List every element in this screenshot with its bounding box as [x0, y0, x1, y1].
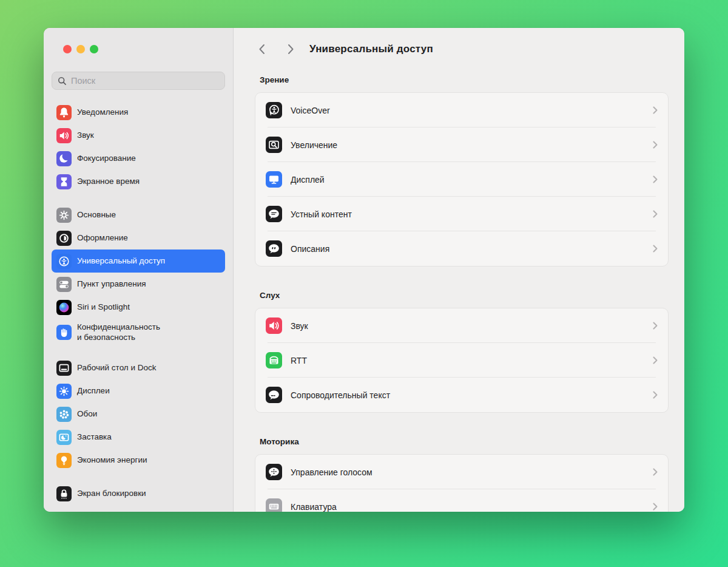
sidebar-group-1: Уведомления Звук Фокусирование Экранное … — [52, 101, 225, 193]
sidebar-item-label: Конфиденциальность и безопасность — [77, 322, 160, 343]
window-controls — [52, 45, 225, 53]
chevron-right-icon — [653, 468, 658, 476]
minimize-button[interactable] — [76, 45, 85, 53]
sidebar-item-focus[interactable]: Фокусирование — [52, 147, 225, 170]
sidebar-item-control-center[interactable]: Пункт управления — [52, 273, 225, 296]
row-voice-control[interactable]: Управление голосом — [255, 455, 668, 489]
row-label: Клавиатура — [291, 502, 644, 512]
content-pane: Универсальный доступ Зрение VoiceOver Ув… — [234, 28, 684, 512]
forward-button[interactable] — [284, 44, 297, 55]
chevron-right-icon — [653, 175, 658, 183]
sidebar-item-label: Универсальный доступ — [77, 256, 165, 267]
hand-icon — [56, 325, 72, 340]
chevron-right-icon — [653, 210, 658, 218]
page-title: Универсальный доступ — [309, 43, 433, 55]
search-icon — [58, 76, 67, 86]
sidebar-item-general[interactable]: Основные — [52, 203, 225, 226]
row-keyboard[interactable]: Клавиатура — [255, 489, 668, 512]
toggles-icon — [56, 277, 72, 292]
section-heading: Слух — [255, 291, 669, 302]
settings-card: Управление голосом Клавиатура — [255, 454, 669, 512]
section-vision: Зрение VoiceOver Увеличение — [255, 75, 669, 267]
gear-icon — [56, 208, 72, 223]
sidebar-item-label: Экономия энергии — [77, 455, 147, 466]
sidebar-item-notifications[interactable]: Уведомления — [52, 101, 225, 124]
sidebar-item-label: Оформление — [77, 233, 128, 243]
search-input[interactable] — [71, 76, 219, 86]
speaker-icon — [266, 317, 282, 334]
sidebar-item-sound[interactable]: Звук — [52, 124, 225, 147]
voice-control-bubble-icon — [266, 464, 282, 480]
sidebar-item-label: Дисплеи — [77, 386, 110, 396]
sidebar-group-2: Основные Оформление Универсальный доступ… — [52, 203, 225, 347]
system-settings-window: Уведомления Звук Фокусирование Экранное … — [44, 28, 684, 512]
sidebar-item-screensaver[interactable]: Заставка — [52, 426, 225, 449]
sidebar-item-wallpaper[interactable]: Обои — [52, 403, 225, 426]
sidebar-item-privacy-security[interactable]: Конфиденциальность и безопасность — [52, 319, 225, 347]
moon-icon — [56, 151, 72, 166]
sidebar-item-label: Заставка — [77, 432, 112, 443]
sidebar-item-label: Основные — [77, 210, 116, 220]
zoom-magnifier-icon — [266, 137, 282, 153]
chevron-right-icon — [653, 106, 658, 114]
row-spoken-content[interactable]: Устный контент — [255, 197, 668, 231]
chevron-right-icon — [653, 245, 658, 253]
voiceover-icon — [266, 102, 282, 118]
settings-card: VoiceOver Увеличение Дисплей — [255, 92, 669, 267]
bell-icon — [56, 105, 72, 120]
close-button[interactable] — [63, 45, 72, 53]
sidebar-item-energy-saver[interactable]: Экономия энергии — [52, 449, 225, 472]
settings-card: Звук RTT Сопроводительный текст — [255, 308, 669, 413]
row-label: Дисплей — [291, 175, 644, 185]
rtt-phone-icon — [266, 352, 282, 368]
row-rtt[interactable]: RTT — [255, 343, 668, 378]
flower-icon — [56, 407, 72, 422]
sidebar-item-label: Рабочий стол и Dock — [77, 363, 157, 373]
chevron-right-icon — [653, 503, 658, 511]
row-label: Увеличение — [291, 140, 644, 150]
sidebar-item-label: Уведомления — [77, 107, 128, 118]
lock-icon — [56, 486, 72, 501]
section-hearing: Слух Звук RTT — [255, 291, 669, 413]
sidebar-item-label: Siri и Spotlight — [77, 302, 130, 313]
sidebar-item-lock-screen[interactable]: Экран блокировки — [52, 483, 225, 506]
section-heading: Моторика — [255, 437, 669, 448]
sidebar-group-4: Экран блокировки — [52, 483, 225, 506]
row-zoom[interactable]: Увеличение — [255, 127, 668, 162]
sidebar-item-desktop-dock[interactable]: Рабочий стол и Dock — [52, 357, 225, 380]
row-descriptions[interactable]: Описания — [255, 231, 668, 266]
sidebar-item-label: Пункт управления — [77, 279, 146, 290]
sidebar-item-label: Обои — [77, 409, 97, 419]
row-label: RTT — [291, 356, 644, 365]
bulb-icon — [56, 453, 72, 468]
sidebar-item-siri-spotlight[interactable]: Siri и Spotlight — [52, 296, 225, 319]
row-sound[interactable]: Звук — [255, 308, 668, 343]
sidebar: Уведомления Звук Фокусирование Экранное … — [44, 28, 234, 512]
sidebar-item-label: Фокусирование — [77, 154, 136, 164]
accessibility-icon — [56, 254, 72, 269]
row-label: Описания — [291, 244, 644, 254]
search-field[interactable] — [52, 72, 225, 90]
sidebar-group-3: Рабочий стол и Dock Дисплеи Обои Заставк… — [52, 357, 225, 472]
captions-bubble-icon — [266, 387, 282, 403]
row-label: VoiceOver — [291, 106, 644, 115]
chevron-right-icon — [653, 356, 658, 364]
sidebar-item-appearance[interactable]: Оформление — [52, 226, 225, 250]
appearance-icon — [56, 231, 72, 246]
back-button[interactable] — [255, 44, 268, 55]
sidebar-item-accessibility[interactable]: Универсальный доступ — [52, 250, 225, 273]
sidebar-item-displays[interactable]: Дисплеи — [52, 380, 225, 403]
section-heading: Зрение — [255, 75, 669, 86]
sidebar-item-screen-time[interactable]: Экранное время — [52, 170, 225, 193]
row-voiceover[interactable]: VoiceOver — [255, 93, 668, 127]
sun-icon — [56, 384, 72, 399]
row-label: Управление голосом — [291, 467, 644, 477]
chevron-right-icon — [653, 391, 658, 399]
speech-bubble-lines-icon — [266, 206, 282, 222]
dock-icon — [56, 361, 72, 376]
zoom-button[interactable] — [90, 45, 98, 53]
row-display[interactable]: Дисплей — [255, 162, 668, 197]
row-captions[interactable]: Сопроводительный текст — [255, 378, 668, 412]
row-label: Устный контент — [291, 209, 644, 219]
chevron-right-icon — [653, 322, 658, 330]
